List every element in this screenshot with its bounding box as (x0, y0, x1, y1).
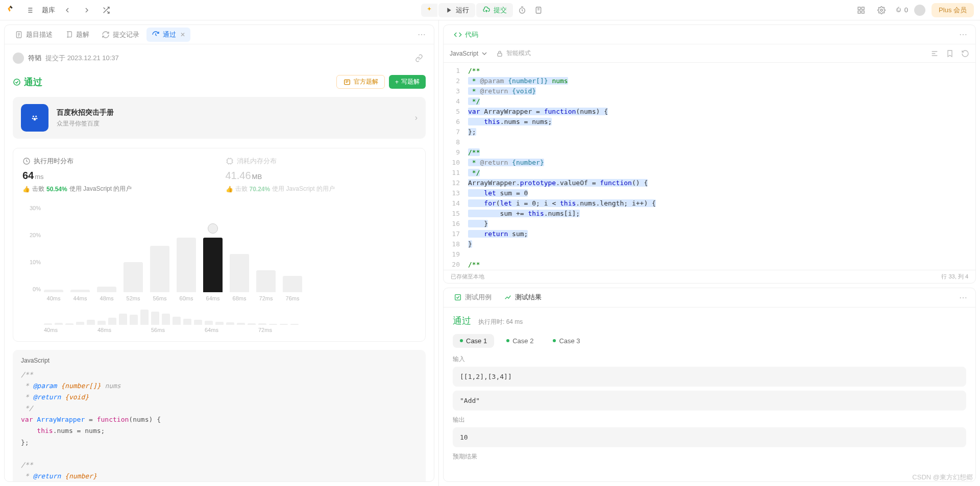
plus-badge[interactable]: Plus 会员 (932, 3, 974, 17)
runtime-header: 执行用时分布 (22, 157, 213, 166)
submitter-avatar[interactable] (13, 53, 24, 64)
notes-icon[interactable] (531, 3, 546, 17)
runtime-chart[interactable]: 0% 10% 20% 30% 40ms44ms48ms52ms56ms60ms6… (22, 200, 416, 333)
case-tab-2[interactable]: Case 2 (499, 334, 541, 348)
timer-icon[interactable] (515, 3, 529, 17)
cursor-position: 行 33, 列 4 (941, 273, 968, 280)
watermark: CSDN @東方幻想郷 (912, 473, 973, 482)
format-icon[interactable] (930, 49, 939, 58)
link-icon[interactable] (412, 52, 426, 65)
more-icon[interactable]: ⋯ (956, 291, 970, 304)
performance-card: 执行用时分布 64ms 👍 击败 50.54% 使用 JavaScript 的用… (13, 148, 426, 342)
output-label: 输出 (453, 416, 966, 424)
chevron-right-icon: › (415, 113, 418, 122)
code-editor[interactable]: 12345678910111213141516171819202122 /** … (444, 63, 975, 270)
user-avatar[interactable] (914, 5, 925, 16)
shuffle-icon[interactable] (99, 3, 113, 17)
saved-status: 已存储至本地 (451, 273, 484, 280)
svg-rect-17 (498, 53, 502, 56)
expected-label: 预期结果 (453, 452, 966, 461)
test-results-panel: 测试用例 测试结果 ⋯ 通过 执行用时: 64 ms Case 1 (443, 288, 976, 482)
next-problem-icon[interactable] (80, 3, 94, 17)
leetcode-logo-icon[interactable] (6, 5, 17, 16)
baidu-paw-icon (21, 104, 48, 132)
streak-counter[interactable]: 0 (895, 6, 908, 14)
tab-solution[interactable]: 题解 (60, 28, 94, 42)
svg-rect-16 (227, 159, 232, 163)
status-accepted: 通过 (13, 76, 42, 88)
case-tab-3[interactable]: Case 3 (546, 334, 587, 348)
svg-rect-3 (862, 7, 864, 10)
svg-rect-18 (455, 295, 461, 300)
case-tab-1[interactable]: Case 1 (453, 334, 494, 348)
top-bar: 题库 运行 提交 (0, 0, 980, 20)
svg-point-13 (36, 118, 38, 119)
tab-code[interactable]: 代码 (449, 28, 483, 42)
run-button[interactable]: 运行 (438, 3, 475, 17)
tab-accepted[interactable]: 通过 ✕ (146, 28, 190, 42)
svg-point-11 (35, 116, 37, 117)
svg-point-12 (32, 118, 34, 119)
output-value: 10 (453, 427, 966, 447)
promo-card[interactable]: 百度秋招突击手册 众里寻你签百度 › (13, 97, 426, 139)
thumbs-up-icon: 👍 (226, 186, 233, 193)
reset-icon[interactable] (961, 49, 969, 58)
submit-button[interactable]: 提交 (476, 3, 513, 17)
sparkle-button[interactable] (421, 4, 437, 17)
submitter-name[interactable]: 符韬 (28, 54, 41, 63)
input-label: 输入 (453, 355, 966, 364)
code-lang-label: JavaScript (21, 357, 418, 364)
prev-problem-icon[interactable] (60, 3, 75, 17)
submit-label: 提交 (494, 6, 507, 15)
more-icon[interactable]: ⋯ (956, 28, 970, 41)
code-editor-panel: 代码 ⋯ JavaScript 智能模式 (443, 24, 976, 284)
input-value-2[interactable]: "Add" (453, 391, 966, 411)
left-tabs: 题目描述 题解 提交记录 通过 ✕ (5, 25, 434, 44)
svg-rect-5 (862, 11, 864, 13)
tab-submissions[interactable]: 提交记录 (96, 28, 144, 42)
smart-mode[interactable]: 智能模式 (496, 49, 531, 58)
promo-subtitle: 众里寻你签百度 (57, 119, 114, 128)
streak-value: 0 (904, 6, 908, 14)
svg-rect-4 (858, 11, 861, 13)
more-icon[interactable]: ⋯ (414, 28, 429, 41)
official-solution-button[interactable]: 官方题解 (336, 75, 385, 89)
settings-icon[interactable] (874, 3, 889, 17)
tab-description[interactable]: 题目描述 (10, 28, 58, 42)
thumbs-up-icon: 👍 (22, 186, 30, 193)
bookmark-icon[interactable] (946, 49, 954, 58)
close-icon[interactable]: ✕ (180, 31, 185, 38)
write-solution-button[interactable]: +写题解 (389, 75, 426, 89)
test-status: 通过 (453, 315, 471, 327)
svg-rect-2 (858, 7, 861, 10)
list-icon[interactable] (22, 3, 37, 17)
submission-meta: 符韬 提交于 2023.12.21 10:37 (13, 44, 426, 72)
promo-title: 百度秋招突击手册 (57, 108, 114, 117)
language-select[interactable]: JavaScript (450, 49, 488, 58)
memory-header[interactable]: 消耗内存分布 (226, 157, 416, 166)
run-label: 运行 (456, 6, 469, 15)
svg-point-14 (34, 118, 36, 120)
svg-point-10 (33, 116, 34, 117)
tab-testresults[interactable]: 测试结果 (499, 290, 547, 304)
input-value-1[interactable]: [[1,2],[3,4]] (453, 367, 966, 387)
problem-set-label[interactable]: 题库 (42, 6, 55, 15)
tab-testcases[interactable]: 测试用例 (449, 290, 497, 304)
test-runtime: 执行用时: 64 ms (478, 318, 523, 326)
layout-icon[interactable] (854, 3, 868, 17)
submitted-code: JavaScript /** * @param {number[]} nums … (13, 350, 426, 481)
svg-point-6 (880, 9, 883, 11)
